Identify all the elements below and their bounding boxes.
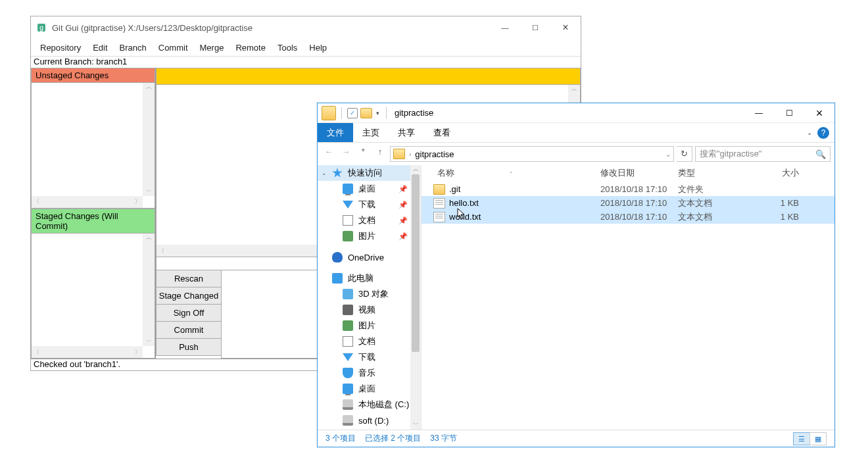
search-input[interactable]: 搜索"gitpractise" 🔍 xyxy=(695,146,831,162)
nav-documents[interactable]: 文档📌 xyxy=(318,212,421,228)
nav-pictures2[interactable]: 图片 xyxy=(318,318,421,334)
pin-icon[interactable]: 📌 xyxy=(398,185,408,193)
ribbon-expand-icon[interactable]: ⌄ xyxy=(807,129,812,136)
staged-vscroll[interactable]: ︿﹀ xyxy=(143,234,155,347)
nav-desktop2[interactable]: 桌面 xyxy=(318,381,421,397)
col-type[interactable]: 类型 xyxy=(678,167,757,179)
explorer-titlebar[interactable]: ✓ ▾ gitpractise — ☐ × xyxy=(318,103,834,123)
menu-edit[interactable]: Edit xyxy=(87,41,112,54)
minimize-button[interactable]: — xyxy=(490,18,520,37)
nav-downloads[interactable]: 下载📌 xyxy=(318,197,421,212)
nav-downloads2[interactable]: 下载 xyxy=(318,349,421,365)
explorer-close-button[interactable]: × xyxy=(804,103,834,123)
maximize-button[interactable]: ☐ xyxy=(520,18,550,37)
nav-quick-access[interactable]: ⌄快速访问 xyxy=(318,165,421,181)
nav-cdisk[interactable]: 本地磁盘 (C:) xyxy=(318,397,421,412)
address-dropdown-icon[interactable]: ⌄ xyxy=(665,151,671,158)
col-size[interactable]: 大小 xyxy=(757,167,804,179)
qat-properties-icon[interactable]: ✓ xyxy=(347,108,358,118)
pc-icon xyxy=(332,273,343,284)
nav-onedrive[interactable]: OneDrive xyxy=(318,249,421,265)
nav-3d[interactable]: 3D 对象 xyxy=(318,286,421,302)
explorer-ribbon: 文件 主页 共享 查看 ⌄ ? xyxy=(318,123,834,143)
menu-merge[interactable]: Merge xyxy=(195,41,229,54)
refresh-button[interactable]: ↻ xyxy=(677,146,692,162)
menu-commit[interactable]: Commit xyxy=(153,41,193,54)
desktop-icon xyxy=(343,184,353,194)
staged-hscroll[interactable]: 〈〉 xyxy=(32,346,143,358)
file-row-world[interactable]: world.txt 2018/10/18 17:10 文本文档 1 KB xyxy=(422,210,834,224)
unstaged-pane[interactable]: ︿﹀ 〈〉 xyxy=(31,83,155,209)
address-path[interactable]: gitpractise xyxy=(415,149,454,159)
address-bar[interactable]: › gitpractise ⌄ xyxy=(390,146,674,162)
nav-ddisk[interactable]: soft (D:) xyxy=(318,412,421,428)
gitgui-titlebar[interactable]: g Git Gui (gitpractise) X:/Users/123/Des… xyxy=(31,16,581,39)
nav-docs2[interactable]: 文档 xyxy=(318,334,421,349)
nav-music[interactable]: 音乐 xyxy=(318,365,421,381)
file-row-hello[interactable]: hello.txt 2018/10/18 17:10 文本文档 1 KB xyxy=(422,196,834,210)
mouse-cursor-icon xyxy=(457,208,466,221)
push-button[interactable]: Push xyxy=(156,338,222,356)
star-icon xyxy=(332,168,343,178)
status-bytes: 33 字节 xyxy=(430,433,457,444)
text-file-icon xyxy=(433,198,445,209)
file-row-git[interactable]: .git 2018/10/18 17:10 文件夹 xyxy=(422,182,834,196)
sort-indicator-icon: ˄ xyxy=(510,171,512,177)
qat-newfolder-icon[interactable] xyxy=(360,108,372,118)
menu-remote[interactable]: Remote xyxy=(230,41,271,54)
nav-video[interactable]: 视频 xyxy=(318,302,421,318)
status-item-count: 3 个项目 xyxy=(326,433,356,444)
stage-changed-button[interactable]: Stage Changed xyxy=(156,287,222,305)
rescan-button[interactable]: Rescan xyxy=(156,270,222,287)
gitgui-menubar: Repository Edit Branch Commit Merge Remo… xyxy=(31,39,581,56)
col-date[interactable]: 修改日期 xyxy=(600,167,678,179)
menu-tools[interactable]: Tools xyxy=(272,41,302,54)
diff-filename-bar xyxy=(156,68,581,85)
ribbon-home-tab[interactable]: 主页 xyxy=(353,123,389,142)
music-icon xyxy=(343,368,353,378)
pin-icon[interactable]: 📌 xyxy=(398,232,408,241)
sign-off-button[interactable]: Sign Off xyxy=(156,304,222,322)
menu-branch[interactable]: Branch xyxy=(114,41,152,54)
staged-pane[interactable]: ︿﹀ 〈〉 xyxy=(31,234,155,359)
qat-dropdown-icon[interactable]: ▾ xyxy=(375,110,381,116)
explorer-maximize-button[interactable]: ☐ xyxy=(774,103,804,123)
help-icon[interactable]: ? xyxy=(817,127,829,139)
desktop-icon xyxy=(343,384,353,394)
details-view-button[interactable]: ☰ xyxy=(793,432,810,445)
text-file-icon xyxy=(433,212,445,222)
col-name[interactable]: 名称 xyxy=(437,168,454,178)
search-placeholder: 搜索"gitpractise" xyxy=(700,148,761,160)
folder-icon xyxy=(322,106,336,120)
ribbon-file-tab[interactable]: 文件 xyxy=(318,123,353,142)
pictures-icon xyxy=(343,231,353,241)
svg-text:g: g xyxy=(39,24,43,32)
nav-up-button[interactable]: ↑ xyxy=(373,147,387,161)
icons-view-button[interactable]: ▦ xyxy=(809,432,827,445)
nav-forward-button[interactable]: → xyxy=(339,147,353,161)
chevron-right-icon[interactable]: › xyxy=(409,151,411,158)
pin-icon[interactable]: 📌 xyxy=(398,201,408,209)
column-headers[interactable]: 名称˄ 修改日期 类型 大小 xyxy=(422,165,834,181)
explorer-minimize-button[interactable]: — xyxy=(744,103,774,123)
ribbon-view-tab[interactable]: 查看 xyxy=(424,123,460,142)
explorer-statusbar: 3 个项目 已选择 2 个项目 33 字节 ☰ ▦ xyxy=(318,430,834,447)
pin-icon[interactable]: 📌 xyxy=(398,216,408,225)
nav-desktop[interactable]: 桌面📌 xyxy=(318,181,421,197)
nav-recent-dropdown[interactable]: ▾ xyxy=(356,147,370,161)
close-button[interactable]: × xyxy=(550,18,581,37)
commit-button[interactable]: Commit xyxy=(156,321,222,339)
search-icon[interactable]: 🔍 xyxy=(815,149,826,159)
unstaged-vscroll[interactable]: ︿﹀ xyxy=(143,83,155,196)
ribbon-share-tab[interactable]: 共享 xyxy=(389,123,424,142)
menu-repository[interactable]: Repository xyxy=(35,41,86,54)
unstaged-hscroll[interactable]: 〈〉 xyxy=(32,196,143,208)
nav-back-button[interactable]: ← xyxy=(322,147,336,161)
menu-help[interactable]: Help xyxy=(304,41,332,54)
nav-pictures[interactable]: 图片📌 xyxy=(318,228,421,244)
status-selected-count: 已选择 2 个项目 xyxy=(365,433,421,444)
navigation-pane[interactable]: ⌄快速访问 桌面📌 下载📌 文档📌 图片📌 OneDrive 此电脑 3D 对象… xyxy=(318,165,422,430)
nav-thispc[interactable]: 此电脑 xyxy=(318,270,421,286)
file-list[interactable]: .git 2018/10/18 17:10 文件夹 hello.txt 2018… xyxy=(422,181,834,430)
navpane-scrollbar[interactable]: ︿﹀ xyxy=(410,165,421,430)
